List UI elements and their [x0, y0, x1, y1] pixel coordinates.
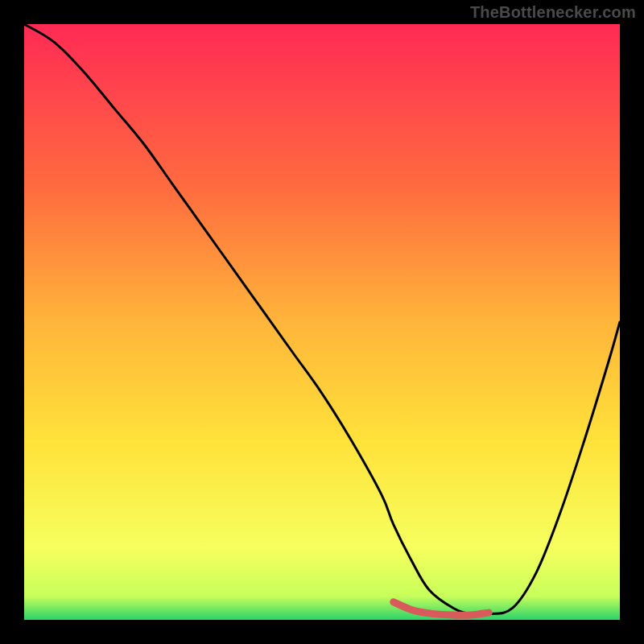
highlight-segment [394, 602, 489, 616]
watermark-text: TheBottlenecker.com [470, 3, 636, 22]
chart-frame: TheBottlenecker.com [0, 0, 644, 644]
curve-layer [24, 24, 620, 620]
bottleneck-curve [24, 24, 620, 615]
plot-area [24, 24, 620, 620]
